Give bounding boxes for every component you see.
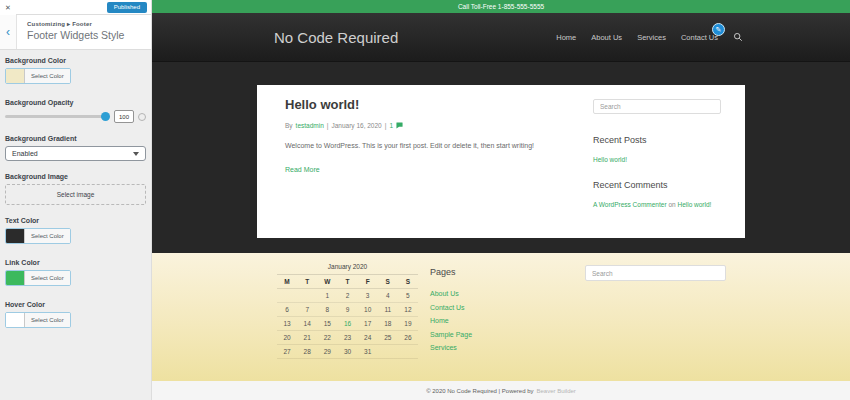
close-icon[interactable]: ✕ <box>0 0 16 15</box>
site-nav: Home About Us Services Contact Us ✎ <box>556 32 745 42</box>
opacity-slider-thumb[interactable] <box>101 112 110 121</box>
chevron-down-icon <box>133 152 139 156</box>
comment-count-link[interactable]: 1 <box>389 122 393 129</box>
background-color-control: Background Color Select Color <box>5 57 146 87</box>
recent-comment: A WordPress Commenter on Hello world! <box>593 201 721 208</box>
calendar-day-header: T <box>337 275 357 289</box>
calendar-day: 1 <box>317 289 337 303</box>
recent-posts-title: Recent Posts <box>593 135 721 145</box>
calendar-day: 28 <box>297 345 317 359</box>
hover-color-select-button[interactable]: Select Color <box>5 312 71 328</box>
author-link[interactable]: testadmin <box>296 122 324 129</box>
pages-link-home[interactable]: Home <box>430 317 472 324</box>
calendar-day: 21 <box>297 331 317 345</box>
header-search-icon[interactable] <box>733 32 743 42</box>
copyright-text: © 2020 No Code Required | Powered by <box>426 388 533 394</box>
calendar-day: 29 <box>317 345 337 359</box>
calendar-week-row: 20 21 22 23 24 25 26 <box>277 331 418 345</box>
site-title[interactable]: No Code Required <box>257 29 398 46</box>
reset-icon[interactable] <box>138 113 146 121</box>
hover-color-label: Hover Color <box>5 301 146 308</box>
recent-comments-title: Recent Comments <box>593 180 721 190</box>
link-color-label: Link Color <box>5 259 146 266</box>
calendar-day: 14 <box>297 317 317 331</box>
copyright-bar: © 2020 No Code Required | Powered by Bea… <box>152 381 850 400</box>
hover-color-swatch <box>6 313 25 327</box>
calendar-day: 9 <box>337 303 357 317</box>
calendar-day <box>398 345 418 359</box>
calendar-day: 17 <box>358 317 378 331</box>
site-preview: Call Toll-Free 1-855-555-5555 No Code Re… <box>152 0 850 400</box>
select-color-label: Select Color <box>25 69 70 83</box>
nav-home[interactable]: Home <box>556 33 576 42</box>
calendar-day-header: W <box>317 275 337 289</box>
beaver-builder-link[interactable]: Beaver Builder <box>537 388 576 394</box>
footer-widgets-area: January 2020 M T W T F S S <box>152 253 850 381</box>
pages-widget: Pages About Us Contact Us Home Sample Pa… <box>430 267 472 358</box>
background-image-control: Background Image Select image <box>5 173 146 205</box>
pages-link-contact-us[interactable]: Contact Us <box>430 304 472 311</box>
calendar-day: 3 <box>358 289 378 303</box>
customizer-panel: ✕ Published ‹ Customizing ▸ Footer Foote… <box>0 0 152 400</box>
post: Hello world! By testadmin | January 16, … <box>285 97 585 176</box>
calendar-day: 30 <box>337 345 357 359</box>
select-color-label: Select Color <box>25 229 70 243</box>
footer-search-input[interactable] <box>585 265 726 281</box>
pages-link-about-us[interactable]: About Us <box>430 290 472 297</box>
hover-color-control: Hover Color Select Color <box>5 301 146 331</box>
background-opacity-control: Background Opacity <box>5 99 146 123</box>
select-color-label: Select Color <box>25 271 70 285</box>
back-chevron-icon[interactable]: ‹ <box>0 15 17 49</box>
calendar-day: 13 <box>277 317 297 331</box>
nav-services[interactable]: Services <box>637 33 666 42</box>
calendar-day: 8 <box>317 303 337 317</box>
post-date: January 16, 2020 <box>331 122 381 129</box>
post-meta: By testadmin | January 16, 2020 | 1 <box>285 122 585 129</box>
calendar-day: 22 <box>317 331 337 345</box>
comment-author-link[interactable]: A WordPress Commenter <box>593 201 667 208</box>
nav-contact-us[interactable]: Contact Us <box>681 33 718 42</box>
select-image-button[interactable]: Select image <box>5 184 146 205</box>
calendar-day <box>277 289 297 303</box>
calendar-day-header: T <box>297 275 317 289</box>
calendar-week-row: 13 14 15 16 17 18 19 <box>277 317 418 331</box>
recent-post-link[interactable]: Hello world! <box>593 156 721 163</box>
comment-bubble-icon <box>396 122 403 129</box>
calendar-day-link[interactable]: 16 <box>337 317 357 331</box>
site-header: No Code Required Home About Us Services … <box>152 13 850 62</box>
calendar-day: 11 <box>378 303 398 317</box>
background-gradient-label: Background Gradient <box>5 135 146 142</box>
text-color-select-button[interactable]: Select Color <box>5 228 71 244</box>
pages-link-sample-page[interactable]: Sample Page <box>430 331 472 338</box>
pages-link-services[interactable]: Services <box>430 344 472 351</box>
opacity-value-input[interactable] <box>114 110 134 123</box>
calendar-day: 4 <box>378 289 398 303</box>
calendar-day: 10 <box>358 303 378 317</box>
background-gradient-select[interactable]: Enabled <box>5 146 146 161</box>
nav-about-us[interactable]: About Us <box>591 33 622 42</box>
meta-separator: | <box>327 122 329 129</box>
link-color-select-button[interactable]: Select Color <box>5 270 71 286</box>
calendar-table: M T W T F S S <box>277 274 418 359</box>
comment-post-link[interactable]: Hello world! <box>677 201 711 208</box>
calendar-day: 25 <box>378 331 398 345</box>
edit-pencil-icon[interactable]: ✎ <box>712 23 725 36</box>
calendar-day: 7 <box>297 303 317 317</box>
calendar-day <box>378 345 398 359</box>
read-more-link[interactable]: Read More <box>285 166 320 173</box>
opacity-slider[interactable] <box>5 115 110 118</box>
calendar-day-header: S <box>378 275 398 289</box>
background-color-select-button[interactable]: Select Color <box>5 68 71 84</box>
post-title[interactable]: Hello world! <box>285 97 585 112</box>
sidebar-search-input[interactable] <box>593 99 721 114</box>
published-button[interactable]: Published <box>107 2 147 13</box>
calendar-widget: January 2020 M T W T F S S <box>277 263 418 359</box>
select-color-label: Select Color <box>25 313 70 327</box>
link-color-swatch <box>6 271 25 285</box>
pages-title: Pages <box>430 267 472 277</box>
panel-title: Footer Widgets Style <box>27 29 124 41</box>
content-card: Hello world! By testadmin | January 16, … <box>257 85 745 238</box>
calendar-week-row: 1 2 3 4 5 <box>277 289 418 303</box>
meta-separator: | <box>385 122 387 129</box>
text-color-label: Text Color <box>5 217 146 224</box>
